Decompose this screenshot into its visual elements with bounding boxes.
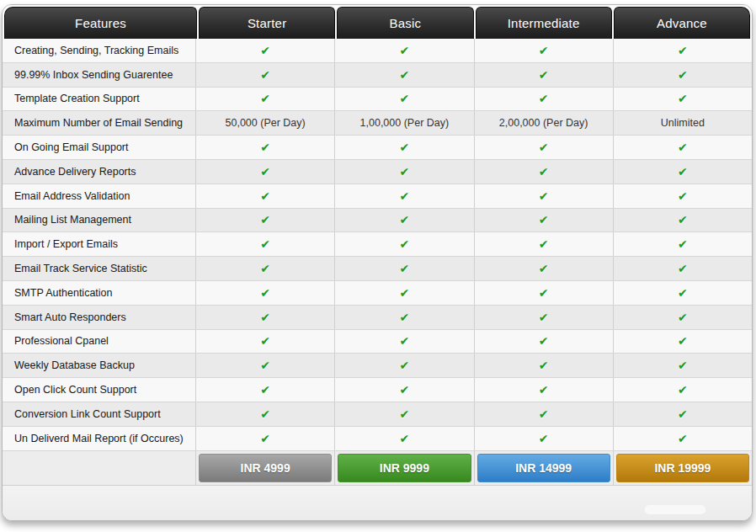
check-icon: ✔: [474, 136, 613, 159]
check-icon: ✔: [613, 306, 752, 329]
check-icon: ✔: [474, 232, 613, 256]
check-icon: ✔: [613, 209, 752, 232]
pricing-table-panel: Features Starter Basic Intermediate Adva…: [2, 4, 753, 521]
check-icon: ✔: [195, 209, 334, 232]
feature-label: Creating, Sending, Tracking Emails: [3, 39, 195, 62]
check-icon: ✔: [195, 354, 334, 377]
check-icon: ✔: [613, 232, 752, 256]
check-icon: ✔: [613, 330, 752, 354]
header-basic: Basic: [337, 7, 473, 39]
check-icon: ✔: [195, 88, 334, 111]
feature-label: Conversion Link Count Support: [3, 402, 195, 426]
price-button-starter[interactable]: INR 4999: [199, 454, 332, 482]
feature-label: Advance Delivery Reports: [3, 160, 195, 184]
table-row: Smart Auto Responders✔✔✔✔: [3, 306, 752, 330]
check-icon: ✔: [195, 402, 334, 426]
feature-label: Email Track Service Statistic: [3, 257, 195, 280]
feature-label: Import / Export Emails: [3, 232, 195, 256]
table-row: Email Address Validation✔✔✔✔: [3, 184, 752, 209]
check-icon: ✔: [474, 257, 613, 280]
check-icon: ✔: [195, 136, 334, 159]
feature-label: Un Deliverd Mail Report (if Occures): [3, 427, 195, 450]
table-header: Features Starter Basic Intermediate Adva…: [3, 5, 752, 39]
price-button-basic[interactable]: INR 9999: [338, 454, 471, 482]
check-icon: ✔: [613, 281, 752, 305]
table-row: SMTP Authentication✔✔✔✔: [3, 281, 752, 306]
check-icon: ✔: [195, 427, 334, 450]
table-row: Open Click Count Support✔✔✔✔: [3, 378, 752, 402]
feature-label: Maximum Number of Email Sending: [3, 111, 195, 135]
header-starter: Starter: [199, 7, 335, 39]
feature-label: 99.99% Inbox Sending Guarentee: [3, 63, 195, 87]
table-row: 99.99% Inbox Sending Guarentee✔✔✔✔: [3, 63, 752, 88]
check-icon: ✔: [195, 160, 334, 184]
feature-label: Template Creation Support: [3, 88, 195, 111]
check-icon: ✔: [334, 354, 473, 377]
table-row: Maximum Number of Email Sending50,000 (P…: [3, 111, 752, 136]
check-icon: ✔: [613, 257, 752, 280]
check-icon: ✔: [613, 184, 752, 208]
check-icon: ✔: [613, 88, 752, 111]
check-icon: ✔: [474, 306, 613, 329]
check-icon: ✔: [195, 378, 334, 402]
plan-value: 2,00,000 (Per Day): [474, 111, 613, 135]
price-cell-basic: INR 9999: [334, 451, 473, 485]
check-icon: ✔: [334, 63, 473, 87]
check-icon: ✔: [474, 354, 613, 377]
check-icon: ✔: [613, 354, 752, 377]
check-icon: ✔: [334, 88, 473, 111]
check-icon: ✔: [474, 330, 613, 354]
table-row: Advance Delivery Reports✔✔✔✔: [3, 160, 752, 184]
check-icon: ✔: [334, 232, 473, 256]
table-row: Creating, Sending, Tracking Emails✔✔✔✔: [3, 39, 752, 63]
plan-value: 50,000 (Per Day): [195, 111, 334, 135]
check-icon: ✔: [195, 232, 334, 256]
check-icon: ✔: [474, 88, 613, 111]
price-row-empty-cell: [3, 451, 195, 485]
check-icon: ✔: [474, 63, 613, 87]
check-icon: ✔: [474, 184, 613, 208]
check-icon: ✔: [334, 160, 473, 184]
table-row: Professional Cpanel✔✔✔✔: [3, 330, 752, 354]
check-icon: ✔: [195, 63, 334, 87]
check-icon: ✔: [474, 378, 613, 402]
table-row: On Going Email Support✔✔✔✔: [3, 136, 752, 160]
table-row: Template Creation Support✔✔✔✔: [3, 88, 752, 112]
feature-rows: Creating, Sending, Tracking Emails✔✔✔✔99…: [3, 39, 752, 451]
check-icon: ✔: [195, 330, 334, 354]
check-icon: ✔: [474, 281, 613, 305]
check-icon: ✔: [195, 39, 334, 62]
feature-label: Professional Cpanel: [3, 330, 195, 354]
check-icon: ✔: [474, 427, 613, 450]
check-icon: ✔: [195, 184, 334, 208]
check-icon: ✔: [334, 427, 473, 450]
table-footer: [3, 486, 752, 521]
header-features: Features: [4, 7, 197, 39]
check-icon: ✔: [334, 209, 473, 232]
check-icon: ✔: [334, 136, 473, 159]
check-icon: ✔: [613, 378, 752, 402]
check-icon: ✔: [613, 39, 752, 62]
check-icon: ✔: [334, 39, 473, 62]
check-icon: ✔: [195, 281, 334, 305]
feature-label: SMTP Authentication: [3, 281, 195, 305]
check-icon: ✔: [613, 402, 752, 426]
table-row: Un Deliverd Mail Report (if Occures)✔✔✔✔: [3, 427, 752, 451]
price-cell-advance: INR 19999: [613, 451, 752, 485]
price-button-intermediate[interactable]: INR 14999: [477, 454, 610, 482]
check-icon: ✔: [334, 306, 473, 329]
feature-label: Mailing List Management: [3, 209, 195, 232]
plan-value: 1,00,000 (Per Day): [334, 111, 473, 135]
table-row: Email Track Service Statistic✔✔✔✔: [3, 257, 752, 281]
check-icon: ✔: [474, 209, 613, 232]
header-advance: Advance: [614, 7, 750, 39]
table-row: Import / Export Emails✔✔✔✔: [3, 232, 752, 257]
check-icon: ✔: [613, 427, 752, 450]
check-icon: ✔: [613, 160, 752, 184]
check-icon: ✔: [474, 39, 613, 62]
check-icon: ✔: [474, 402, 613, 426]
price-button-advance[interactable]: INR 19999: [616, 454, 749, 482]
feature-label: Email Address Validation: [3, 184, 195, 208]
header-intermediate: Intermediate: [476, 7, 612, 39]
pricing-page: Features Starter Basic Intermediate Adva…: [0, 0, 756, 532]
